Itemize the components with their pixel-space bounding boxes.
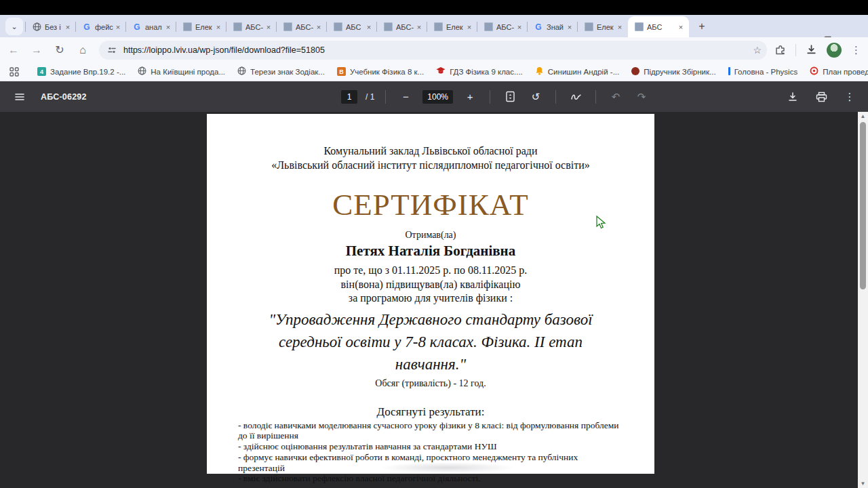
- scroll-up-arrow[interactable]: ▲: [858, 112, 868, 121]
- tab-label: АБС-: [296, 23, 314, 31]
- certificate-page: Комунальний заклад Львівської обласної р…: [207, 114, 654, 474]
- browser-tab[interactable]: G Знай ×: [528, 16, 578, 37]
- tab-close-icon[interactable]: ×: [214, 23, 223, 31]
- bookmark-item[interactable]: На Київщині прода...: [132, 64, 231, 79]
- bookmark-star-icon[interactable]: ☆: [753, 45, 762, 56]
- program-title-line3: навчання.": [238, 353, 623, 375]
- url-text[interactable]: https://loippo.lviv.ua/wp-json/file/down…: [123, 45, 753, 55]
- tab-favicon-icon: G: [534, 22, 543, 32]
- tab-close-icon[interactable]: ×: [414, 23, 424, 31]
- tab-close-icon[interactable]: ×: [163, 23, 173, 31]
- pdf-toolbar-center: 1 / 1 − 100% + ↺ ↶ ↷: [214, 88, 777, 106]
- back-button[interactable]: ←: [4, 41, 23, 60]
- zoom-in-button[interactable]: +: [461, 88, 479, 106]
- tab-favicon-icon: [484, 22, 493, 32]
- bookmark-item[interactable]: Синишин Андрій -...: [529, 64, 625, 79]
- scrollbar-thumb[interactable]: [860, 122, 866, 289]
- fit-page-button[interactable]: [501, 88, 519, 106]
- tab-close-icon[interactable]: ×: [615, 23, 625, 31]
- bookmark-item[interactable]: Терези знак Зодіак...: [231, 64, 331, 79]
- tabs-container: Без і × G фейс × G анал × Елек: [26, 15, 689, 37]
- bookmark-favicon-icon: [810, 66, 818, 77]
- tab-strip: ⌄ Без і × G фейс × G анал ×: [0, 15, 868, 37]
- pdf-toolbar-divider: [490, 90, 490, 104]
- reload-button[interactable]: ↻: [50, 41, 69, 60]
- tab-label: АБС: [647, 23, 676, 31]
- forward-button[interactable]: →: [27, 41, 46, 60]
- browser-menu-icon[interactable]: ⋮: [851, 44, 861, 56]
- browser-tab[interactable]: Без і ×: [26, 16, 76, 37]
- browser-tab[interactable]: G фейс ×: [76, 16, 126, 37]
- pdf-scrollbar[interactable]: ▲ ▼: [858, 112, 868, 488]
- browser-tab[interactable]: АБС- ×: [477, 16, 528, 37]
- qualification-line: він(вона) підвищував(ла) кваліфікацію: [238, 278, 623, 292]
- new-tab-button[interactable]: +: [693, 18, 711, 35]
- certificate-title: СЕРТИФІКАТ: [238, 187, 623, 222]
- apps-grid-icon[interactable]: [9, 67, 19, 77]
- bookmarks-bar: 4 Задание Впр.19.2 -... На Київщині прод…: [0, 62, 868, 81]
- pdf-menu-icon[interactable]: [11, 88, 28, 106]
- bookmark-label: Синишин Андрій -...: [548, 68, 619, 76]
- tab-label: Знай: [547, 23, 565, 31]
- zoom-level-input[interactable]: 100%: [422, 90, 453, 104]
- bookmark-item[interactable]: ГДЗ Фізика 9 клас....: [430, 64, 529, 79]
- tab-label: анал: [145, 23, 163, 31]
- tab-label: АБС-: [496, 23, 515, 31]
- browser-tab[interactable]: Елек ×: [427, 16, 477, 37]
- tab-close-icon[interactable]: ×: [465, 23, 474, 31]
- tab-close-icon[interactable]: ×: [364, 23, 374, 31]
- pdf-download-icon[interactable]: [784, 88, 802, 106]
- pdf-content-area[interactable]: Комунальний заклад Львівської обласної р…: [0, 112, 868, 488]
- results-title: Досягнуті результати:: [238, 405, 623, 419]
- profile-avatar[interactable]: [827, 43, 842, 58]
- tab-close-icon[interactable]: ×: [264, 23, 273, 31]
- browser-tab[interactable]: G анал ×: [126, 16, 176, 37]
- address-bar[interactable]: https://loippo.lviv.ua/wp-json/file/down…: [99, 41, 767, 60]
- bookmark-label: Терези знак Зодіак...: [250, 68, 325, 76]
- extensions-icon[interactable]: [774, 44, 786, 56]
- tab-close-icon[interactable]: ×: [515, 23, 524, 31]
- tab-close-icon[interactable]: ×: [63, 23, 73, 31]
- browser-tab[interactable]: АБС- ×: [377, 16, 427, 37]
- browser-tab[interactable]: АБС ×: [628, 16, 689, 37]
- bookmark-item[interactable]: Підручник Збірник...: [625, 65, 722, 79]
- bookmark-favicon-icon: 4: [37, 67, 46, 77]
- bookmark-item[interactable]: Головна - Physics: [722, 65, 804, 79]
- tab-favicon-icon: [433, 22, 443, 32]
- window-top-strip: [0, 0, 868, 15]
- tab-close-icon[interactable]: ×: [565, 23, 574, 31]
- browser-tab[interactable]: АБС- ×: [277, 16, 327, 37]
- bookmark-favicon-icon: [631, 67, 639, 77]
- tab-label: АБС: [346, 23, 364, 31]
- scroll-down-arrow[interactable]: ▼: [858, 479, 868, 488]
- program-title-line2: середньої освіти у 7-8 класах. Фізика. І…: [238, 331, 623, 353]
- org-name-line1: Комунальний заклад Львівської обласної р…: [238, 144, 623, 158]
- browser-tab[interactable]: АБС- ×: [226, 16, 277, 37]
- tab-search-button[interactable]: ⌄: [5, 18, 23, 35]
- bookmark-item[interactable]: В Учебник Фізика 8 к...: [331, 65, 430, 79]
- redo-button[interactable]: ↷: [633, 88, 650, 106]
- pdf-print-icon[interactable]: [812, 88, 830, 106]
- browser-tab[interactable]: Елек ×: [176, 16, 226, 37]
- downloads-icon[interactable]: [806, 44, 817, 56]
- tab-close-icon[interactable]: ×: [314, 23, 323, 31]
- tab-label: Елек: [597, 23, 615, 31]
- annotate-pen-icon[interactable]: [567, 88, 585, 106]
- browser-tab[interactable]: Елек ×: [578, 16, 628, 37]
- zoom-out-button[interactable]: −: [397, 88, 414, 106]
- undo-button[interactable]: ↶: [607, 88, 625, 106]
- site-settings-icon[interactable]: [107, 45, 117, 55]
- home-button[interactable]: ⌂: [73, 41, 92, 60]
- bookmark-item[interactable]: 4 Задание Впр.19.2 -...: [31, 65, 132, 79]
- rotate-button[interactable]: ↺: [527, 88, 545, 106]
- tab-close-icon[interactable]: ×: [113, 23, 123, 31]
- pdf-toolbar-divider: [555, 90, 556, 104]
- bookmark-label: ГДЗ Фізика 9 клас....: [450, 68, 523, 76]
- pdf-menu-kebab-icon[interactable]: ⋮: [841, 88, 859, 106]
- page-number-input[interactable]: 1: [341, 90, 357, 104]
- bookmark-item[interactable]: План проведення к...: [804, 64, 868, 79]
- period-line: про те, що з 01.11.2025 р. по 08.11.2025…: [238, 264, 623, 278]
- tab-close-icon[interactable]: ×: [676, 23, 686, 31]
- tab-label: фейс: [95, 23, 113, 31]
- browser-tab[interactable]: АБС ×: [327, 16, 377, 37]
